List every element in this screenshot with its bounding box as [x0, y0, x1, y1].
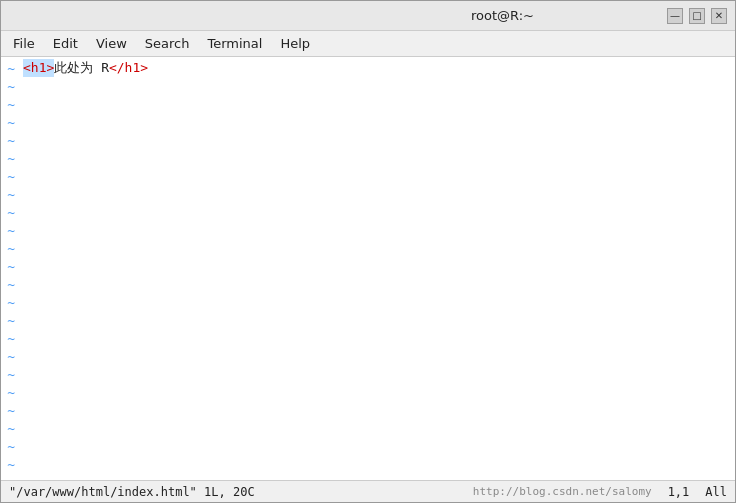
status-file-info: "/var/www/html/index.html" 1L, 20C — [9, 485, 255, 499]
window-title: root@R:~ — [338, 8, 667, 23]
tilde-line: ~ — [1, 221, 19, 239]
tilde-line: ~ — [1, 59, 19, 77]
menu-file[interactable]: File — [5, 34, 43, 53]
scroll-position: All — [705, 485, 727, 499]
menu-bar: File Edit View Search Terminal Help — [1, 31, 735, 57]
tag-open: <h1> — [23, 59, 54, 77]
tilde-line: ~ — [1, 347, 19, 365]
tilde-line: ~ — [1, 131, 19, 149]
tag-text: 此处为 R — [54, 59, 109, 77]
tilde-line: ~ — [1, 473, 19, 480]
tilde-line: ~ — [1, 383, 19, 401]
menu-edit[interactable]: Edit — [45, 34, 86, 53]
tilde-line: ~ — [1, 419, 19, 437]
status-url: http://blog.csdn.net/salomy — [473, 485, 652, 498]
menu-help[interactable]: Help — [272, 34, 318, 53]
status-bar: "/var/www/html/index.html" 1L, 20C http:… — [1, 480, 735, 502]
tilde-line: ~ — [1, 329, 19, 347]
tilde-line: ~ — [1, 113, 19, 131]
maximize-button[interactable]: □ — [689, 8, 705, 24]
tilde-line: ~ — [1, 401, 19, 419]
tilde-line: ~ — [1, 455, 19, 473]
tilde-line: ~ — [1, 365, 19, 383]
code-line-1: <h1>此处为 R</h1> — [23, 59, 731, 77]
tilde-line: ~ — [1, 257, 19, 275]
status-right: http://blog.csdn.net/salomy 1,1 All — [473, 485, 727, 499]
window-controls: — □ ✕ — [667, 8, 727, 24]
tilde-line: ~ — [1, 203, 19, 221]
tilde-line: ~ — [1, 167, 19, 185]
terminal-window: root@R:~ — □ ✕ File Edit View Search Ter… — [0, 0, 736, 503]
menu-terminal[interactable]: Terminal — [199, 34, 270, 53]
tilde-line: ~ — [1, 293, 19, 311]
close-button[interactable]: ✕ — [711, 8, 727, 24]
tilde-line: ~ — [1, 437, 19, 455]
tilde-line: ~ — [1, 311, 19, 329]
editor-area[interactable]: ~~~~~~~~~~~~~~~~~~~~~~~~ <h1>此处为 R</h1> — [1, 57, 735, 480]
tilde-line: ~ — [1, 77, 19, 95]
menu-search[interactable]: Search — [137, 34, 198, 53]
title-bar: root@R:~ — □ ✕ — [1, 1, 735, 31]
minimize-button[interactable]: — — [667, 8, 683, 24]
file-info-text: "/var/www/html/index.html" 1L, 20C — [9, 485, 255, 499]
tilde-line: ~ — [1, 275, 19, 293]
cursor-position: 1,1 — [668, 485, 690, 499]
menu-view[interactable]: View — [88, 34, 135, 53]
content-area[interactable]: <h1>此处为 R</h1> — [19, 57, 735, 480]
tilde-line: ~ — [1, 149, 19, 167]
tilde-line: ~ — [1, 239, 19, 257]
tilde-line: ~ — [1, 95, 19, 113]
line-numbers: ~~~~~~~~~~~~~~~~~~~~~~~~ — [1, 57, 19, 480]
tilde-line: ~ — [1, 185, 19, 203]
tag-close: </h1> — [109, 59, 148, 77]
